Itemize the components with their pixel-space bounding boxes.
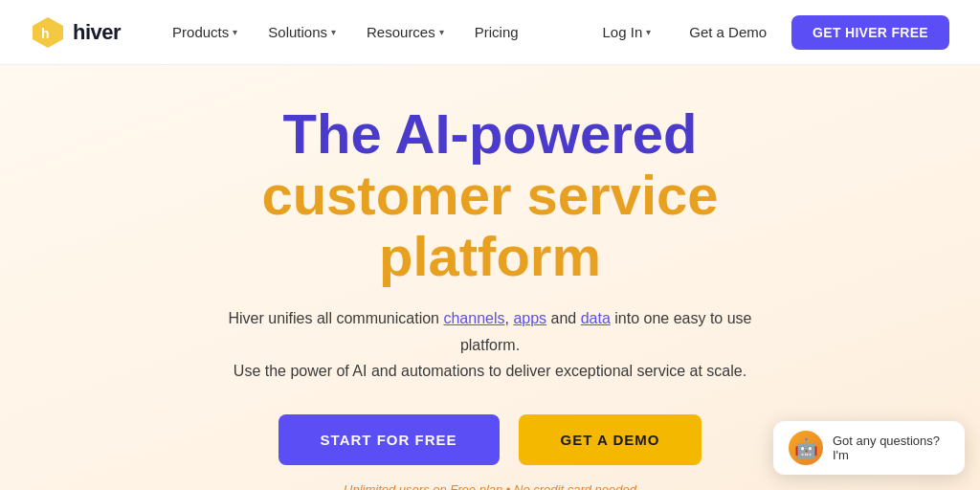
nav-resources-label: Resources: [367, 24, 435, 40]
start-for-free-button[interactable]: START FOR FREE: [278, 414, 500, 465]
chat-text: Got any questions? I'm: [833, 434, 949, 462]
hero-buttons: START FOR FREE GET A DEMO: [278, 414, 702, 465]
nav-pricing-label: Pricing: [475, 24, 519, 40]
get-demo-label: Get a Demo: [689, 24, 767, 40]
nav-products-label: Products: [172, 24, 229, 40]
hero-note: Unlimited users on Free plan • No credit…: [344, 482, 636, 490]
login-button[interactable]: Log In ▾: [590, 16, 665, 48]
nav-solutions[interactable]: Solutions ▾: [255, 16, 349, 48]
subtitle-line2: Use the power of AI and automations to d…: [234, 363, 746, 379]
hero-title-line1: The AI-powered: [283, 102, 698, 165]
chevron-down-icon: ▾: [331, 27, 336, 37]
logo-text: hiver: [73, 20, 121, 45]
nav-resources[interactable]: Resources ▾: [353, 16, 457, 48]
logo-icon: h: [31, 15, 65, 50]
chat-bubble[interactable]: 🤖 Got any questions? I'm: [773, 421, 965, 475]
navbar: h hiver Products ▾ Solutions ▾ Resources…: [0, 0, 980, 65]
subtitle-text-3: and: [546, 310, 581, 326]
nav-right: Log In ▾ Get a Demo GET HIVER FREE: [590, 15, 949, 50]
hero-title-line2: customer service platform: [261, 164, 718, 287]
data-link[interactable]: data: [581, 310, 611, 326]
nav-pricing[interactable]: Pricing: [461, 16, 532, 48]
get-hiver-free-button[interactable]: GET HIVER FREE: [791, 15, 949, 50]
hero-note-text: Unlimited users on Free plan • No credit…: [344, 482, 636, 490]
nav-solutions-label: Solutions: [268, 24, 327, 40]
get-demo-nav-button[interactable]: Get a Demo: [672, 16, 784, 48]
get-demo-hero-button[interactable]: GET A DEMO: [519, 414, 702, 465]
chevron-down-icon: ▾: [646, 27, 651, 37]
chat-avatar: 🤖: [789, 431, 823, 465]
hero-title: The AI-powered customer service platform: [145, 103, 835, 286]
hero-subtitle: Hiver unifies all communication channels…: [222, 305, 758, 384]
login-label: Log In: [603, 24, 643, 40]
svg-text:h: h: [41, 26, 50, 41]
nav-links: Products ▾ Solutions ▾ Resources ▾ Prici…: [159, 16, 589, 48]
logo[interactable]: h hiver: [31, 15, 121, 50]
chevron-down-icon: ▾: [233, 27, 237, 37]
apps-link[interactable]: apps: [513, 310, 546, 326]
subtitle-text-1: Hiver unifies all communication: [228, 310, 443, 326]
chevron-down-icon: ▾: [439, 27, 444, 37]
nav-products[interactable]: Products ▾: [159, 16, 251, 48]
chat-avatar-icon: 🤖: [794, 436, 818, 459]
channels-link[interactable]: channels: [443, 310, 504, 326]
